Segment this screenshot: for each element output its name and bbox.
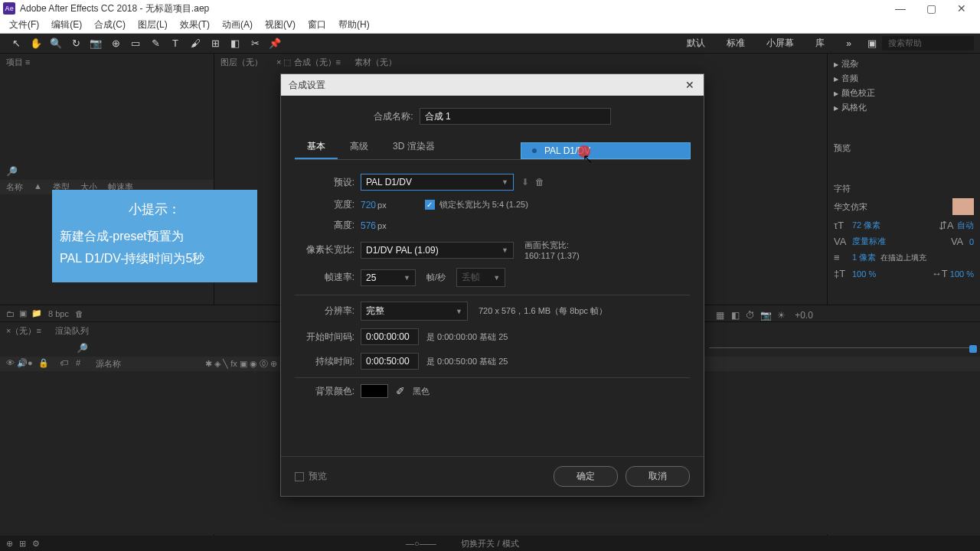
maximize-button[interactable]: ▢: [916, 0, 946, 17]
status-icon-1[interactable]: ⊕: [6, 539, 13, 549]
resolution-select[interactable]: 完整▼: [361, 302, 468, 321]
exposure-value[interactable]: +0.0: [789, 308, 819, 323]
workspace-default[interactable]: 默认: [676, 34, 716, 53]
footage-viewer-tab[interactable]: 素材（无）: [354, 57, 397, 68]
grid-icon[interactable]: ▦: [712, 308, 727, 323]
trash-icon[interactable]: 🗑: [75, 309, 83, 318]
stroke-position[interactable]: 在描边上填充: [880, 253, 926, 263]
col-name[interactable]: 名称: [6, 181, 23, 193]
search-icon[interactable]: 🔎: [6, 166, 18, 177]
mask-icon[interactable]: ◧: [727, 308, 743, 323]
timeline-none-tab[interactable]: ×（无）≡: [6, 325, 41, 337]
status-icon-3[interactable]: ⚙: [32, 539, 40, 549]
camera-tool-icon[interactable]: 📷: [86, 35, 106, 52]
anchor-tool-icon[interactable]: ⊕: [106, 35, 126, 52]
workspace-smallscreen[interactable]: 小屏幕: [756, 34, 805, 53]
zoom-slider[interactable]: —○——: [406, 539, 436, 548]
minimize-button[interactable]: —: [885, 0, 916, 17]
kerning-value[interactable]: 度量标准: [852, 236, 886, 247]
start-timecode-input[interactable]: [361, 328, 419, 345]
status-center-text[interactable]: 切换开关 / 模式: [461, 538, 518, 549]
eyedropper-icon[interactable]: ✐: [396, 385, 405, 397]
lock-aspect-checkbox[interactable]: ✓: [425, 200, 435, 210]
menu-view[interactable]: 视图(V): [259, 17, 302, 33]
font-family-select[interactable]: 华文仿宋: [834, 201, 867, 213]
menu-animation[interactable]: 动画(A): [216, 17, 259, 33]
puppet-tool-icon[interactable]: 📌: [265, 35, 285, 52]
effects-stylize[interactable]: 风格化: [831, 100, 977, 115]
index-column[interactable]: #: [76, 358, 80, 370]
brush-tool-icon[interactable]: 🖌: [185, 35, 205, 52]
playhead-marker[interactable]: [969, 345, 977, 353]
par-select[interactable]: D1/DV PAL (1.09)▼: [361, 242, 514, 259]
status-icon-2[interactable]: ⊞: [19, 539, 26, 549]
exposure-icon[interactable]: ☀: [773, 308, 789, 323]
snapshot-icon[interactable]: 📷: [758, 308, 773, 323]
workspace-library[interactable]: 库: [805, 34, 835, 53]
bg-color-swatch[interactable]: [361, 384, 388, 398]
solo-toggle-icon[interactable]: ●: [28, 358, 35, 370]
dialog-close-button[interactable]: ✕: [684, 79, 696, 91]
col-sort-icon[interactable]: ▲: [34, 181, 42, 193]
height-value[interactable]: 576: [361, 220, 376, 231]
comp-name-input[interactable]: [420, 108, 611, 125]
label-column-icon[interactable]: 🏷: [60, 358, 68, 370]
selection-tool-icon[interactable]: ↖: [6, 35, 26, 52]
fps-select[interactable]: 25▼: [361, 269, 416, 286]
menu-window[interactable]: 窗口: [302, 17, 332, 33]
layer-viewer-tab[interactable]: 图层（无）: [220, 57, 263, 68]
menu-edit[interactable]: 编辑(E): [45, 17, 88, 33]
new-comp-icon[interactable]: ▣: [19, 308, 27, 318]
eraser-tool-icon[interactable]: ◧: [225, 35, 245, 52]
close-window-button[interactable]: ✕: [946, 0, 977, 17]
tab-advanced[interactable]: 高级: [338, 135, 381, 159]
font-size-value[interactable]: 72 像素: [852, 220, 880, 231]
tab-3d-renderer[interactable]: 3D 渲染器: [381, 135, 447, 159]
dropframe-select[interactable]: 丢帧▼: [456, 268, 505, 287]
shape-tool-icon[interactable]: ▭: [126, 35, 145, 52]
effects-audio[interactable]: 音频: [831, 71, 977, 86]
source-name-column[interactable]: 源名称: [96, 358, 121, 370]
panel-menu-icon[interactable]: ▣: [862, 35, 882, 52]
dialog-header[interactable]: 合成设置 ✕: [281, 74, 704, 96]
effects-color[interactable]: 颜色校正: [831, 86, 977, 100]
project-tab[interactable]: 项目 ≡: [6, 57, 30, 68]
av-toggle-icon[interactable]: 👁: [6, 358, 14, 370]
duration-input[interactable]: [361, 353, 419, 370]
ok-button[interactable]: 确定: [554, 466, 618, 487]
cancel-button[interactable]: 取消: [626, 466, 690, 487]
dropdown-item-pal-d1-dv[interactable]: PAL D1/DV: [521, 143, 690, 158]
leading-value[interactable]: 自动: [957, 220, 974, 231]
hand-tool-icon[interactable]: ✋: [26, 35, 46, 52]
menu-composition[interactable]: 合成(C): [88, 17, 132, 33]
lock-toggle-icon[interactable]: 🔒: [38, 358, 46, 370]
menu-layer[interactable]: 图层(L): [132, 17, 174, 33]
width-value[interactable]: 720: [361, 200, 376, 210]
menu-effect[interactable]: 效果(T): [174, 17, 216, 33]
roto-tool-icon[interactable]: ✂: [245, 35, 265, 52]
menu-help[interactable]: 帮助(H): [332, 17, 376, 33]
bpc-display[interactable]: 8 bpc: [48, 309, 69, 318]
zoom-tool-icon[interactable]: 🔍: [46, 35, 66, 52]
hscale-value[interactable]: 100 %: [950, 269, 974, 279]
rotate-tool-icon[interactable]: ↻: [66, 35, 86, 52]
preview-checkbox[interactable]: 预览: [295, 466, 327, 487]
pen-tool-icon[interactable]: ✎: [145, 35, 165, 52]
time-icon[interactable]: ⏱: [743, 308, 758, 323]
clone-tool-icon[interactable]: ⊞: [205, 35, 225, 52]
delete-preset-icon[interactable]: 🗑: [535, 177, 544, 187]
switches-icon[interactable]: ✱ ◈ ╲ fx ▣ ◉ ⓪ ⊕: [205, 358, 277, 370]
tracking-value[interactable]: 0: [969, 237, 974, 246]
vscale-value[interactable]: 100 %: [852, 269, 876, 279]
bin-icon[interactable]: 🗀: [6, 309, 15, 318]
stroke-value[interactable]: 1 像素: [852, 252, 876, 263]
comp-viewer-tab[interactable]: × ⬚ 合成（无）≡: [276, 57, 341, 68]
render-queue-tab[interactable]: 渲染队列: [55, 325, 89, 337]
effects-misc[interactable]: 混杂: [831, 57, 977, 71]
menu-file[interactable]: 文件(F): [3, 17, 45, 33]
audio-toggle-icon[interactable]: 🔊: [17, 358, 24, 370]
preset-select[interactable]: PAL D1/DV▼: [361, 174, 514, 191]
text-tool-icon[interactable]: T: [165, 35, 185, 52]
character-section[interactable]: 字符: [831, 178, 977, 196]
preview-section[interactable]: 预览: [831, 138, 977, 155]
